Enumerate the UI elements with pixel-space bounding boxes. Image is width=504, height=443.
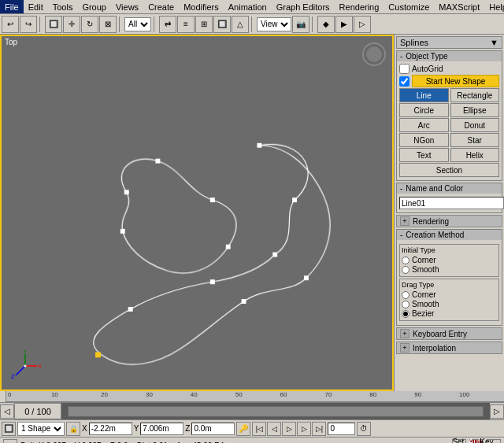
btn-rectangle[interactable]: Rectangle <box>450 88 500 102</box>
main-area: Top X Y Z Splines ▼ - Object Type <box>0 35 504 391</box>
name-input[interactable] <box>399 197 504 209</box>
shape-icon: 🔲 <box>2 422 16 436</box>
pb-prev-key[interactable]: |◁ <box>252 422 266 436</box>
svg-line-4 <box>16 366 25 375</box>
pb-next[interactable]: ▷ <box>297 422 311 436</box>
btn-ngon[interactable]: NGon <box>399 133 449 147</box>
ruler-mark-50: 50 <box>235 391 243 398</box>
ruler-mark-30: 30 <box>146 391 153 398</box>
toolbar-btn-align[interactable]: ≡ <box>177 16 195 33</box>
viewport[interactable]: Top X Y Z <box>0 35 394 391</box>
name-color-content <box>397 194 502 212</box>
btn-line[interactable]: Line <box>399 88 449 102</box>
toolbar-btn-snap2[interactable]: △ <box>232 16 249 33</box>
drag-bezier-radio[interactable] <box>402 310 410 318</box>
view-dropdown[interactable]: View <box>257 17 291 31</box>
z-label: Z <box>185 424 190 433</box>
drag-smooth-radio[interactable] <box>402 301 410 308</box>
menu-create[interactable]: Create <box>143 0 179 13</box>
toolbar-btn-mirror[interactable]: ⇄ <box>159 16 176 33</box>
timeline-track[interactable] <box>61 403 490 419</box>
initial-type-label: Initial Type <box>402 246 497 254</box>
key-icon[interactable]: 🔑 <box>236 422 250 436</box>
keyboard-entry-expand-btn[interactable]: + <box>400 329 410 338</box>
shape-count-select[interactable]: 1 Shape <box>17 422 65 436</box>
menu-bar: File Edit Tools Group Views Create Modif… <box>0 0 504 14</box>
ruler-mark-0: 0 <box>8 391 11 398</box>
toolbar-btn-redo[interactable]: ↪ <box>20 16 37 33</box>
menu-modifiers[interactable]: Modifiers <box>179 0 224 13</box>
toolbar-btn-quickrender[interactable]: ▷ <box>354 16 371 33</box>
btn-ellipse[interactable]: Ellipse <box>450 103 500 117</box>
btn-text[interactable]: Text <box>399 148 449 162</box>
toolbar-btn-move[interactable]: ✛ <box>63 16 80 33</box>
menu-group[interactable]: Group <box>77 0 111 13</box>
ruler-mark-100: 100 <box>459 391 469 398</box>
menu-animation[interactable]: Animation <box>224 0 272 13</box>
autogrid-checkbox[interactable] <box>399 64 410 74</box>
y-input[interactable] <box>140 423 183 435</box>
timeline-scrollbar[interactable] <box>68 406 484 417</box>
select-filter-dropdown[interactable]: All <box>124 17 151 31</box>
frame-input[interactable] <box>328 423 355 435</box>
rendering-expand-btn[interactable]: + <box>400 216 410 226</box>
btn-donut[interactable]: Donut <box>450 118 500 132</box>
time-config-icon[interactable]: ⏱ <box>357 422 371 436</box>
menu-maxscript[interactable]: MAXScript <box>434 0 484 13</box>
interpolation-expand-btn[interactable]: + <box>400 343 410 353</box>
pb-prev[interactable]: ◁ <box>267 422 281 436</box>
toolbar-btn-scale[interactable]: ⊠ <box>99 16 117 33</box>
initial-smooth-radio[interactable] <box>402 266 410 274</box>
svg-text:Y: Y <box>23 350 28 355</box>
pb-next-key[interactable]: ▷| <box>312 422 326 436</box>
initial-corner-row: Corner <box>402 256 497 264</box>
key-filters-btn[interactable]: Key Filters... <box>487 439 501 444</box>
initial-corner-radio[interactable] <box>402 257 410 264</box>
toolbar-btn-grid[interactable]: ⊞ <box>195 16 213 33</box>
ruler-row: 0 10 20 30 40 50 60 70 80 90 100 <box>0 391 504 402</box>
btn-helix[interactable]: Helix <box>450 148 500 162</box>
status-icon[interactable]: ☰ <box>3 439 17 444</box>
toolbar-btn-material[interactable]: ◆ <box>317 16 335 33</box>
btn-row-text-helix: Text Helix <box>399 148 499 162</box>
btn-circle[interactable]: Circle <box>399 103 449 117</box>
start-new-shape-btn[interactable]: Start New Shape <box>412 75 499 87</box>
menu-file[interactable]: File <box>0 0 24 13</box>
x-input[interactable] <box>89 423 132 435</box>
toolbar-btn-rotate[interactable]: ↻ <box>81 16 98 33</box>
toolbar-separator-2 <box>119 17 122 32</box>
set-key-btn[interactable]: Set Key <box>452 439 466 444</box>
toolbar-btn-select[interactable]: 🔲 <box>45 16 62 33</box>
menu-views[interactable]: Views <box>111 0 143 13</box>
toolbar-btn-render[interactable]: ▶ <box>335 16 353 33</box>
btn-section[interactable]: Section <box>399 163 499 177</box>
initial-type-group: Initial Type Corner Smooth <box>399 244 499 277</box>
menu-tools[interactable]: Tools <box>48 0 78 13</box>
lock-icon[interactable]: 🔒 <box>66 422 80 436</box>
timeline-left-arrow[interactable]: ◁ <box>0 404 14 419</box>
drag-corner-row: Corner <box>402 290 497 299</box>
btn-arc[interactable]: Arc <box>399 118 449 132</box>
btn-star[interactable]: Star <box>450 133 500 147</box>
pb-play[interactable]: ▷ <box>282 422 296 436</box>
bottom-toolbar: 🔲 1 Shape 🔒 X Y Z 🔑 |◁ ◁ ▷ ▷ ▷| ⏱ <box>0 419 504 437</box>
rendering-header[interactable]: + Rendering <box>396 215 502 227</box>
toolbar-btn-undo[interactable]: ↩ <box>2 16 19 33</box>
menu-rendering[interactable]: Rendering <box>335 0 384 13</box>
toolbar-btn-camera[interactable]: 📷 <box>292 16 309 33</box>
interpolation-header[interactable]: + Interpolation <box>396 341 502 354</box>
splines-dropdown[interactable]: Splines ▼ <box>396 36 502 49</box>
menu-edit[interactable]: Edit <box>24 0 48 13</box>
menu-graph-editors[interactable]: Graph Editors <box>272 0 335 13</box>
start-new-shape-checkbox[interactable] <box>399 76 410 87</box>
ruler-mark-40: 40 <box>191 391 198 398</box>
toolbar-btn-snap[interactable]: 🔲 <box>213 16 231 33</box>
menu-customize[interactable]: Customize <box>384 0 434 13</box>
z-input[interactable] <box>191 423 235 435</box>
right-panel: Splines ▼ - Object Type AutoGrid Start N… <box>394 35 504 391</box>
keyboard-entry-header[interactable]: + Keyboard Entry <box>396 327 502 340</box>
ruler-mark-90: 90 <box>414 391 421 398</box>
menu-help[interactable]: Help <box>484 0 504 13</box>
drag-corner-radio[interactable] <box>402 291 410 299</box>
timeline-right-arrow[interactable]: ▷ <box>490 404 504 419</box>
